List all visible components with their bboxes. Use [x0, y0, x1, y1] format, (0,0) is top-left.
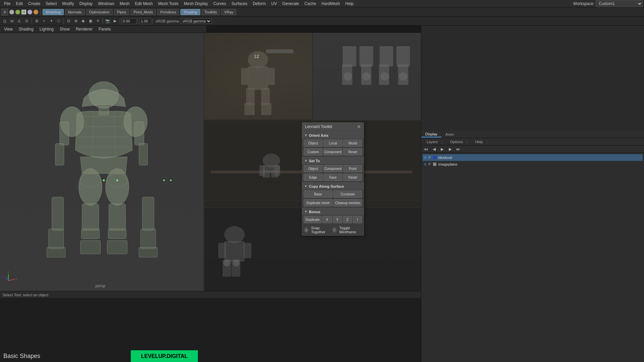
snap-together-label[interactable]: Snap Together — [311, 226, 329, 234]
copy-constrain-btn[interactable]: Constrain — [333, 190, 363, 198]
menu-edit[interactable]: Edit — [13, 1, 25, 7]
menu-icon[interactable]: ≡ — [1, 9, 8, 15]
view-menu-show[interactable]: Show — [57, 26, 72, 32]
move-tool-btn[interactable]: W — [9, 18, 15, 24]
bonus-duplicate-btn[interactable]: Duplicate — [304, 216, 322, 223]
wireframe-btn[interactable]: ⊞ — [72, 18, 79, 24]
next-frame-btn[interactable]: ▶ — [447, 147, 453, 152]
optimization-tab[interactable]: Optimization — [86, 9, 113, 15]
tab-help[interactable]: Help — [471, 139, 487, 144]
copy-cleanup-meshes-btn[interactable]: Cleanup meshes — [333, 199, 363, 206]
tab-layers[interactable]: Layers — [423, 139, 442, 144]
tab-display[interactable]: Display — [421, 131, 441, 137]
menu-select[interactable]: Select — [43, 1, 59, 7]
pivotmods-tab[interactable]: Pivot_Mods — [130, 9, 156, 15]
menu-cache[interactable]: Cache — [302, 1, 319, 7]
prev-frame-btn[interactable]: ◀ — [431, 147, 437, 152]
primitives-tab[interactable]: Primitives — [157, 9, 179, 15]
orient-local-btn[interactable]: Local — [323, 139, 342, 147]
menu-deform[interactable]: Deform — [250, 1, 268, 7]
menu-curves[interactable]: Curves — [211, 1, 229, 7]
smooth-btn[interactable]: ◉ — [80, 18, 87, 24]
menu-modify[interactable]: Modify — [59, 1, 76, 7]
menu-windows[interactable]: Windows — [95, 1, 117, 7]
tab-options[interactable]: Options — [446, 139, 467, 144]
tab-anim[interactable]: Anim — [441, 132, 458, 137]
camera-btn[interactable]: 📷 — [104, 18, 111, 24]
copy-along-header[interactable]: ▼ Copy Along Surface — [302, 182, 364, 190]
menu-meshtools[interactable]: Mesh Tools — [156, 1, 181, 7]
select-tool-btn[interactable]: Q — [1, 18, 8, 24]
light-btn[interactable]: ☀ — [95, 18, 101, 24]
render-btn[interactable]: ▶ — [112, 18, 118, 24]
orient-component-btn[interactable]: Component — [323, 148, 342, 156]
view-menu-shading[interactable]: Shading — [16, 26, 36, 32]
orient-custom-btn[interactable]: Custom — [304, 148, 323, 156]
orient-reset-btn[interactable]: Reset — [343, 148, 362, 156]
menu-file[interactable]: File — [1, 1, 13, 7]
scale-tool-btn[interactable]: R — [23, 18, 30, 24]
orange-sphere-icon[interactable] — [34, 10, 38, 14]
view-menu-renderer[interactable]: Renderer — [73, 26, 95, 32]
scale-field[interactable] — [140, 18, 151, 24]
modeling-tab[interactable]: Modeling — [43, 9, 64, 15]
layer-name-imageplane[interactable]: imageplane — [438, 162, 458, 166]
menu-editmesh[interactable]: Edit Mesh — [132, 1, 155, 7]
bonus-y-btn[interactable]: Y — [333, 216, 342, 223]
normals-tab[interactable]: Normals — [65, 9, 85, 15]
snap-point-btn[interactable]: ✦ — [48, 18, 55, 24]
cube-icon[interactable] — [21, 10, 26, 14]
copy-base-btn[interactable]: Base — [304, 190, 333, 198]
setto-reset-btn[interactable]: Reset — [343, 174, 362, 181]
snap-surface-btn[interactable]: ⬡ — [55, 18, 62, 24]
viewport-3d[interactable]: X Y Z persp — [0, 33, 204, 291]
orient-world-btn[interactable]: World — [343, 139, 362, 147]
texture-btn[interactable]: ▣ — [87, 18, 94, 24]
menu-surfaces[interactable]: Surfaces — [229, 1, 250, 7]
copy-duplicate-mesh-btn[interactable]: Duplicate mesh — [304, 199, 333, 206]
menu-mesh[interactable]: Mesh — [117, 1, 132, 7]
view-menu-panels[interactable]: Panels — [96, 26, 114, 32]
sphere-icon[interactable] — [9, 10, 14, 14]
view-menu-lighting[interactable]: Lighting — [37, 26, 56, 32]
set-to-header[interactable]: ▼ Set To — [302, 157, 364, 164]
orient-axis-header[interactable]: ▼ Orient Axis — [302, 131, 364, 139]
menu-display[interactable]: Display — [77, 1, 95, 7]
layer-name-blockout[interactable]: blockout — [438, 156, 452, 160]
next-key-btn[interactable]: ⏭ — [455, 147, 462, 152]
green-sphere-icon[interactable] — [15, 10, 20, 14]
vray-tab[interactable]: VRay — [221, 9, 236, 15]
lennard-close-btn[interactable]: ✕ — [357, 124, 361, 129]
toolkits-tab[interactable]: Toolkits — [202, 9, 220, 15]
display-mode-btn[interactable]: ⊟ — [65, 18, 72, 24]
bonus-header[interactable]: ▼ Bonus — [302, 208, 364, 215]
setto-point-btn[interactable]: Point — [343, 165, 362, 172]
snap-grid-btn[interactable]: ⊞ — [33, 18, 40, 24]
workspace-dropdown[interactable]: Custom1 — [596, 0, 643, 7]
bonus-z-btn[interactable]: Z — [343, 216, 352, 223]
view-menu-view[interactable]: View — [1, 26, 15, 32]
colorspace-select[interactable]: sRGB gamma — [181, 18, 212, 24]
play-btn[interactable]: ▶ — [439, 147, 445, 152]
bonus-i-btn[interactable]: I — [353, 216, 362, 223]
layer-blockout[interactable]: V P blockout — [423, 154, 643, 161]
setto-edge-btn[interactable]: Edge — [304, 174, 323, 181]
menu-hardmesh[interactable]: HardMesh — [319, 1, 342, 7]
orient-object-btn[interactable]: Object — [304, 139, 323, 147]
setto-face-btn[interactable]: Face — [323, 174, 342, 181]
menu-create[interactable]: Create — [25, 1, 43, 7]
setto-component-btn[interactable]: Component — [323, 165, 342, 172]
pipes-tab[interactable]: Pipes — [114, 9, 129, 15]
snap-curve-btn[interactable]: ⌖ — [41, 18, 47, 24]
prev-key-btn[interactable]: ⏮ — [423, 147, 429, 152]
toggle-wireframe-label[interactable]: Toggle Wireframe — [339, 226, 362, 234]
shading-tab[interactable]: Shading — [180, 9, 200, 15]
menu-generate[interactable]: Generate — [279, 1, 302, 7]
sphere2-icon[interactable] — [28, 10, 32, 14]
menu-uv[interactable]: UV — [269, 1, 280, 7]
layer-imageplane[interactable]: V P imageplane — [423, 161, 643, 168]
bonus-x-btn[interactable]: X — [322, 216, 332, 223]
setto-object-btn[interactable]: Object — [304, 165, 323, 172]
rotate-tool-btn[interactable]: E — [16, 18, 23, 24]
menu-help[interactable]: Help — [343, 1, 357, 7]
